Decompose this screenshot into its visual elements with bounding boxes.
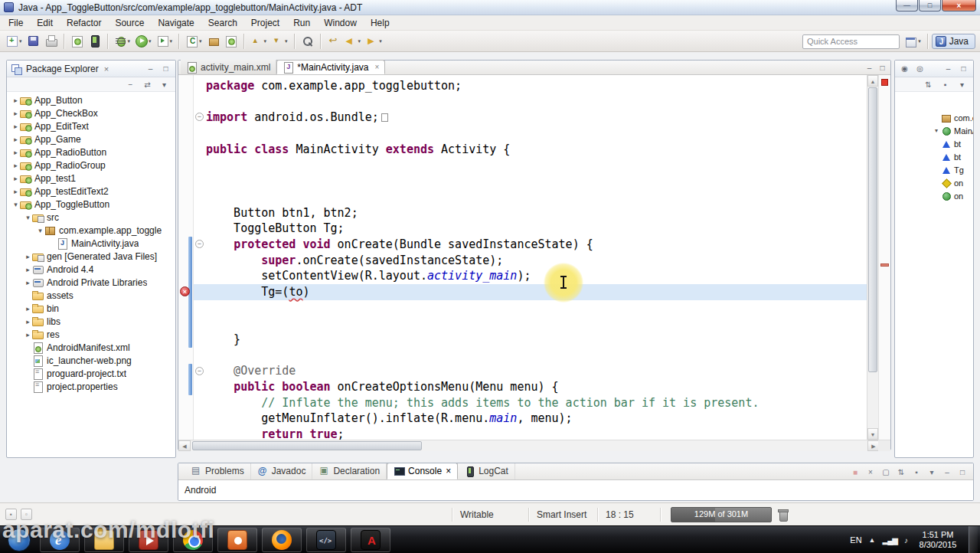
tree-expand-arrow-icon[interactable]: ▾ [36,227,44,234]
fold-marker-icon[interactable]: − [195,367,204,375]
back-button[interactable]: ▾ [342,33,364,49]
tree-item-bin[interactable]: ▸bin [7,302,175,315]
tray-expand-icon[interactable]: ▲ [869,536,876,544]
tree-expand-arrow-icon[interactable]: ▸ [11,123,20,130]
menu-refactor[interactable]: Refactor [60,16,108,30]
taskbar-clock[interactable]: 1:51 PM 8/30/2015 [914,530,962,550]
outline-item-on[interactable]: on [895,176,973,189]
error-marker-icon[interactable]: × [180,286,190,296]
new-android-project-button[interactable] [222,33,240,49]
amd-catalyst-button[interactable] [351,528,390,552]
horizontal-scrollbar[interactable]: ◀ ▶ [178,440,880,451]
fold-marker-icon[interactable]: − [195,240,204,248]
new-java-class-button[interactable]: ▾ [183,33,204,49]
tree-expand-arrow-icon[interactable]: ▸ [24,318,32,326]
editor-annotation-gutter[interactable]: × [178,75,194,440]
new-package-button[interactable] [204,33,222,49]
code-line[interactable]: setContentView(R.layout.activity_main); [194,268,868,284]
code-line[interactable] [194,189,868,205]
code-line[interactable] [194,300,868,316]
editor-tab-mainactivity-java[interactable]: *MainActivity.java× [276,60,385,74]
search-button[interactable] [299,33,316,49]
view-tab-logcat[interactable]: LogCat [458,463,515,479]
code-line[interactable]: // Inflate the menu; this adds items to … [194,395,868,411]
outline-item-maina[interactable]: ▾MainA [895,124,973,137]
android-sdk-manager-button[interactable] [68,33,86,49]
save-button[interactable] [24,33,42,49]
tree-item-app-testedittext2[interactable]: ▸App_testEditText2 [7,185,175,198]
tree-item-android-4-4[interactable]: ▸Android 4.4 [7,263,175,276]
tree-expand-arrow-icon[interactable]: ▸ [11,188,20,195]
heap-status-widget[interactable]: 129M of 301M [671,507,772,522]
focus-view-icon[interactable]: ◎ [914,63,926,74]
next-annotation-button[interactable]: ▾ [269,33,290,49]
debug-button[interactable]: ▾ [112,33,133,49]
tree-item-app-togglebutton[interactable]: ▾App_ToggleButton [7,198,175,211]
menu-help[interactable]: Help [364,16,397,30]
windows-explorer-button[interactable] [84,528,124,552]
view-menu-icon[interactable]: ▾ [158,79,170,90]
tree-expand-arrow-icon[interactable]: ▸ [11,97,20,104]
java-perspective-button[interactable]: Java [932,34,975,49]
code-line[interactable]: @Override [194,363,868,379]
vertical-scroll-thumb[interactable] [868,87,877,372]
sort-icon[interactable]: ⇅ [923,79,934,90]
chrome-button[interactable] [173,528,213,552]
view-tab-declaration[interactable]: Declaration [312,463,387,479]
view-menu-icon[interactable]: ▾ [956,79,968,90]
start-button[interactable] [8,528,31,551]
tree-item-app-radiobutton[interactable]: ▸App_RadioButton [7,146,175,159]
tree-item-mainactivity-java[interactable]: MainActivity.java [7,237,175,250]
maximize-button[interactable]: □ [919,0,941,11]
code-line[interactable]: Button btn1, btn2; [194,205,868,221]
maximize-editor-icon[interactable]: □ [877,62,888,74]
firefox-button[interactable] [262,528,302,552]
scroll-down-icon[interactable]: ▼ [867,428,878,440]
scroll-up-icon[interactable]: ▲ [867,75,878,87]
maximize-view-icon[interactable]: □ [958,63,969,74]
view-tab-problems[interactable]: Problems [185,463,251,479]
code-area[interactable]: package com.example.app_togglebutton; im… [194,75,868,440]
tree-item-app-game[interactable]: ▸App_Game [7,133,175,146]
pin-console-icon[interactable]: ▪ [910,466,923,478]
last-edit-location-button[interactable] [325,33,342,49]
hide-fields-icon[interactable]: ▪ [939,79,951,90]
code-line[interactable]: public class MainActivity extends Activi… [194,142,868,158]
dev-tool-button[interactable] [306,528,346,552]
code-line[interactable] [194,157,868,173]
forward-button[interactable]: ▾ [363,33,384,49]
outline-item-bt[interactable]: bt [895,137,973,150]
run-garbage-collector-button[interactable] [778,509,788,521]
maximize-view-icon[interactable]: □ [956,466,969,478]
code-line[interactable]: ToggleButton Tg; [194,221,868,237]
tree-item-gen-generated-java-files[interactable]: ▸gen [Generated Java Files] [7,250,175,263]
close-button[interactable]: × [942,0,976,11]
internet-explorer-button[interactable] [40,528,80,552]
code-line[interactable]: package com.example.app_togglebutton; [194,78,868,94]
outline-view-icon[interactable]: ◉ [899,63,910,74]
tree-item-res[interactable]: ▸res [7,328,175,341]
media-tool-button[interactable] [217,528,257,552]
code-line[interactable]: super.onCreate(savedInstanceState); [194,253,868,269]
avd-manager-button[interactable] [86,33,103,49]
code-line[interactable] [194,316,868,332]
code-line[interactable]: return true; [194,427,868,440]
editor-tab-activity-main-xml[interactable]: activity_main.xml [181,60,276,74]
code-line[interactable]: } [194,332,868,348]
code-line[interactable] [194,348,868,364]
language-indicator[interactable]: EN [850,535,861,545]
tree-expand-arrow-icon[interactable]: ▸ [24,253,32,260]
tree-item-android-private-libraries[interactable]: ▸Android Private Libraries [7,276,175,289]
menu-navigate[interactable]: Navigate [151,16,201,30]
collapse-all-icon[interactable]: − [125,79,136,90]
tree-expand-arrow-icon[interactable]: ▸ [11,110,20,117]
run-external-button[interactable]: ▾ [154,33,175,49]
menu-file[interactable]: File [2,16,30,30]
tree-expand-arrow-icon[interactable]: ▸ [11,149,20,156]
network-icon[interactable]: ▂▄▆ [883,536,897,545]
error-overview-marker[interactable] [881,79,888,86]
maximize-view-icon[interactable]: □ [160,63,172,74]
minimize-view-icon[interactable]: – [942,63,954,74]
tree-expand-arrow-icon[interactable]: ▸ [24,331,32,339]
link-editor-icon[interactable]: ⇄ [142,79,153,90]
